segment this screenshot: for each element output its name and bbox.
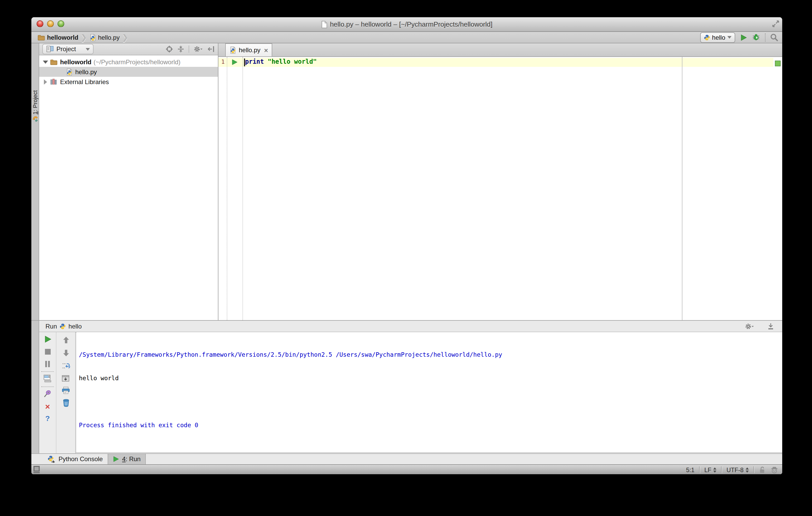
restore-layout-button[interactable]	[43, 374, 52, 383]
tree-row-file-selected[interactable]: hello.py	[39, 67, 218, 77]
code-keyword: print	[245, 58, 264, 65]
python-icon	[60, 323, 66, 329]
tab-hello-py[interactable]: hello.py ×	[225, 43, 272, 56]
scroll-to-source-icon[interactable]	[166, 45, 173, 53]
rerun-button[interactable]	[44, 335, 52, 343]
print-button[interactable]	[62, 387, 70, 394]
right-margin-guide	[682, 57, 683, 320]
run-button[interactable]	[740, 34, 747, 41]
run-mnemonic: 4	[122, 455, 125, 463]
run-configuration-label: hello	[712, 34, 725, 41]
tree-row-root[interactable]: helloworld (~/PycharmProjects/helloworld…	[39, 57, 218, 67]
tab-label: hello.py	[239, 47, 260, 54]
minimize-window-button[interactable]	[47, 20, 54, 27]
chevron-down-icon	[86, 48, 90, 51]
toolbar-separator	[41, 387, 54, 387]
settings-gear-icon[interactable]	[193, 45, 203, 53]
run-panel-body: × ? /System/Library/Frameworks/Python.f	[39, 332, 782, 453]
encoding-value: UTF-8	[727, 467, 744, 473]
close-console-button[interactable]: ×	[45, 403, 50, 411]
soft-wrap-button[interactable]	[62, 362, 70, 370]
pycharm-window: hello.py – helloworld – [~/PycharmProjec…	[31, 17, 782, 474]
debug-button[interactable]	[752, 33, 760, 41]
breadcrumb-project[interactable]: helloworld	[47, 34, 78, 41]
project-header-actions	[166, 45, 215, 53]
project-view-icon	[46, 45, 54, 53]
python-file-icon	[89, 34, 96, 41]
run-panel-header[interactable]: Run hello	[39, 321, 782, 332]
document-icon	[321, 21, 327, 28]
run-panel-title: Run	[46, 323, 57, 330]
updown-arrows-icon	[746, 467, 749, 473]
toolbar-separator	[41, 371, 54, 372]
hide-panel-icon[interactable]	[767, 323, 774, 330]
pin-tab-button[interactable]	[44, 390, 52, 398]
run-panel-main: Run hello	[39, 321, 782, 453]
run-tool-window-button[interactable]: 4: Run	[107, 454, 146, 464]
fullscreen-icon[interactable]	[772, 20, 780, 28]
close-tab-icon[interactable]: ×	[264, 46, 268, 54]
toggle-tool-buttons-icon[interactable]	[33, 466, 41, 474]
run-panel-config-name: hello	[68, 323, 82, 330]
caret-position-widget[interactable]: 5:1	[686, 467, 694, 473]
stripe-mnemonic: 1	[32, 111, 38, 114]
python-icon	[703, 34, 710, 40]
tree-file-name: hello.py	[75, 68, 97, 75]
run-label: : Run	[126, 455, 141, 463]
run-line-marker-icon[interactable]	[231, 59, 238, 65]
tool-window-stripe-lower	[31, 321, 39, 453]
pause-output-button[interactable]	[45, 360, 51, 368]
zoom-window-button[interactable]	[57, 20, 64, 27]
help-button[interactable]: ?	[45, 415, 50, 423]
console-line-blank	[79, 398, 778, 406]
scroll-to-end-button[interactable]	[62, 374, 70, 382]
tree-row-external-libraries[interactable]: External Libraries	[39, 77, 218, 87]
project-view-select[interactable]: Project	[42, 44, 94, 54]
search-icon[interactable]	[770, 33, 778, 41]
inspection-status-square[interactable]	[775, 61, 781, 66]
tree-root-path: (~/PycharmProjects/helloworld)	[93, 58, 180, 65]
collapse-all-icon[interactable]	[177, 45, 184, 53]
project-view-label: Project	[56, 45, 76, 53]
tool-window-bar: Python Console 4: Run	[31, 453, 782, 464]
title-bar[interactable]: hello.py – helloworld – [~/PycharmProjec…	[31, 17, 782, 32]
hide-panel-icon[interactable]	[207, 45, 215, 53]
gutter-separator	[227, 57, 227, 320]
line-ending-widget[interactable]: LF	[704, 467, 717, 473]
console-output[interactable]: /System/Library/Frameworks/Python.framew…	[76, 332, 782, 453]
python-console-label: Python Console	[59, 455, 103, 463]
project-tool-window-icon[interactable]	[32, 115, 39, 122]
run-toolbar: hello	[700, 32, 778, 42]
code-string: "hello world"	[268, 58, 317, 65]
traffic-lights	[36, 20, 64, 27]
code-line[interactable]: print "hello world"	[245, 58, 317, 67]
desktop: hello.py – helloworld – [~/PycharmProjec…	[0, 0, 812, 516]
chevron-down-icon	[727, 36, 731, 39]
python-console-button[interactable]: Python Console	[43, 454, 107, 464]
unlock-icon[interactable]	[759, 466, 765, 474]
stop-button[interactable]	[44, 348, 51, 355]
encoding-widget[interactable]: UTF-8	[727, 467, 749, 473]
python-console-icon	[48, 455, 55, 463]
console-line-stdout: hello world	[79, 374, 778, 382]
editor-body[interactable]: 1 print "hello world"	[219, 57, 782, 320]
settings-gear-icon[interactable]	[745, 323, 755, 330]
python-file-icon	[66, 68, 72, 75]
close-window-button[interactable]	[36, 20, 44, 27]
hector-inspector-icon[interactable]	[770, 466, 779, 474]
folder-icon	[38, 34, 45, 40]
prev-occurrence-button[interactable]	[62, 336, 69, 344]
expand-caret-icon[interactable]	[44, 79, 47, 84]
collapse-caret-icon[interactable]	[43, 60, 48, 63]
editor-area: hello.py × 1 print "hello world"	[219, 43, 782, 320]
main-area: 1: Project Project	[31, 43, 782, 320]
toolbar-separator	[765, 33, 765, 41]
project-stripe-button[interactable]: 1: Project	[32, 88, 38, 117]
chevron-right-icon: ❯	[81, 35, 87, 40]
breadcrumb-file[interactable]: hello.py	[98, 34, 120, 41]
run-configuration-select[interactable]: hello	[700, 32, 735, 42]
console-line-exit: Process finished with exit code 0	[79, 422, 778, 429]
clear-all-button[interactable]	[62, 398, 70, 407]
next-occurrence-button[interactable]	[62, 350, 69, 357]
tree-root-name: helloworld	[60, 58, 91, 65]
